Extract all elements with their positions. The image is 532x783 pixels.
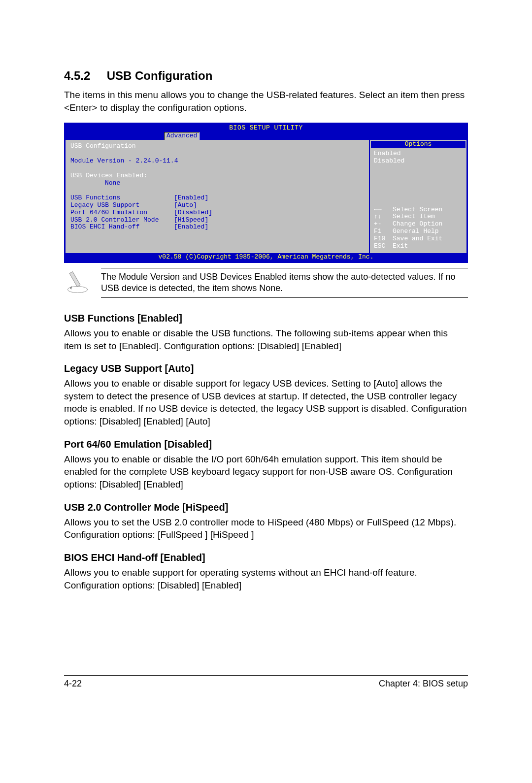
options-title: Options — [371, 141, 466, 148]
bios-help-key: F10 — [374, 235, 393, 243]
option-body: Allows you to enable support for operati… — [64, 566, 468, 591]
bios-config-value: [HiSpeed] — [174, 217, 208, 224]
option-heading: USB 2.0 Controller Mode [HiSpeed] — [64, 502, 468, 513]
bios-config-label: BIOS EHCI Hand-off — [70, 224, 174, 231]
bios-help-row: ESCExit — [374, 243, 463, 250]
option-body: Allows you to enable or disable the I/O … — [64, 453, 468, 491]
devices-value: None — [70, 180, 364, 187]
devices-label: USB Devices Enabled: — [70, 172, 364, 180]
page-number: 4-22 — [64, 679, 82, 689]
bios-help-row: ↑↓Select Item — [374, 213, 463, 221]
bios-help-text: Change Option — [393, 221, 442, 228]
bios-title: BIOS SETUP UTILITY — [66, 124, 466, 132]
bios-tab-row: Advanced — [66, 132, 466, 140]
pencil-note-icon — [64, 268, 91, 297]
bios-pane-heading: USB Configuration — [70, 143, 364, 150]
option-heading: BIOS EHCI Hand-off [Enabled] — [64, 552, 468, 563]
bios-config-row[interactable]: Port 64/60 Emulation[Disabled] — [70, 209, 364, 217]
bios-help-key: ESC — [374, 243, 393, 250]
note-block: The Module Version and USB Devices Enabl… — [64, 268, 468, 298]
note-text: The Module Version and USB Devices Enabl… — [101, 268, 468, 298]
bios-help-text: Exit — [393, 243, 408, 250]
bios-config-row[interactable]: USB 2.0 Controller Mode[HiSpeed] — [70, 217, 364, 224]
section-number: 4.5.2 — [64, 69, 103, 83]
bios-option-item[interactable]: Disabled — [374, 158, 463, 165]
option-body: Allows you to enable or disable support … — [64, 377, 468, 428]
bios-help-text: Select Screen — [393, 206, 442, 214]
module-version: Module Version - 2.24.0-11.4 — [70, 158, 364, 165]
bios-right-pane: Options EnabledDisabled ←→Select Screen↑… — [370, 140, 466, 253]
bios-help-key: ↑↓ — [374, 213, 393, 221]
bios-config-label: Legacy USB Support — [70, 202, 174, 209]
intro-text: The items in this menu allows you to cha… — [64, 89, 468, 114]
bios-help-row: F10Save and Exit — [374, 235, 463, 243]
bios-config-row[interactable]: USB Functions[Enabled] — [70, 195, 364, 202]
bios-config-value: [Disabled] — [174, 209, 212, 217]
section-title: USB Configuration — [107, 69, 213, 82]
bios-option-item[interactable]: Enabled — [374, 150, 463, 158]
bios-left-pane: USB Configuration Module Version - 2.24.… — [66, 140, 370, 253]
bios-config-label: USB Functions — [70, 195, 174, 202]
section-heading: 4.5.2 USB Configuration — [64, 69, 468, 83]
bios-config-value: [Enabled] — [174, 224, 208, 231]
bios-config-row[interactable]: BIOS EHCI Hand-off[Enabled] — [70, 224, 364, 231]
bios-config-row[interactable]: Legacy USB Support[Auto] — [70, 202, 364, 209]
option-heading: Port 64/60 Emulation [Disabled] — [64, 439, 468, 450]
bios-help-key: +- — [374, 221, 393, 228]
bios-help-row: +-Change Option — [374, 221, 463, 228]
bios-copyright: v02.58 (C)Copyright 1985-2006, American … — [66, 253, 466, 261]
bios-help-text: General Help — [393, 228, 439, 235]
option-heading: USB Functions [Enabled] — [64, 313, 468, 324]
bios-config-value: [Enabled] — [174, 195, 208, 202]
bios-screenshot: BIOS SETUP UTILITY Advanced USB Configur… — [64, 123, 468, 263]
bios-tab-advanced[interactable]: Advanced — [164, 132, 200, 140]
option-body: Allows you to enable or disable the USB … — [64, 327, 468, 352]
bios-help-row: ←→Select Screen — [374, 206, 463, 214]
bios-help-text: Save and Exit — [393, 235, 442, 243]
bios-help-key: F1 — [374, 228, 393, 235]
svg-rect-1 — [69, 272, 80, 287]
page-footer: 4-22 Chapter 4: BIOS setup — [64, 675, 468, 689]
bios-config-label: USB 2.0 Controller Mode — [70, 217, 174, 224]
bios-help-key: ←→ — [374, 206, 393, 214]
chapter-label: Chapter 4: BIOS setup — [379, 679, 468, 689]
svg-marker-2 — [69, 286, 72, 290]
bios-config-label: Port 64/60 Emulation — [70, 209, 174, 217]
bios-help-row: F1General Help — [374, 228, 463, 235]
bios-help-text: Select Item — [393, 213, 435, 221]
bios-help-block: ←→Select Screen↑↓Select Item+-Change Opt… — [374, 206, 463, 251]
bios-config-value: [Auto] — [174, 202, 197, 209]
option-heading: Legacy USB Support [Auto] — [64, 363, 468, 374]
option-body: Allows you to set the USB 2.0 controller… — [64, 516, 468, 541]
